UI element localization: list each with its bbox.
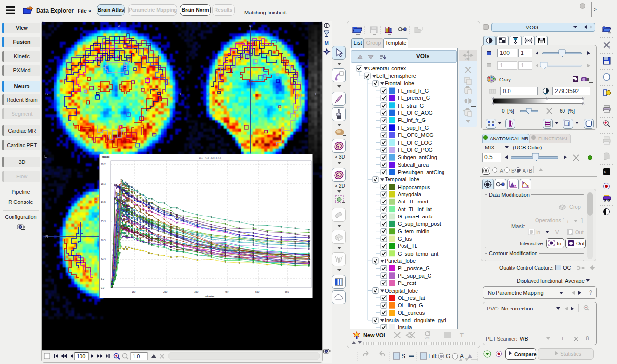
svg-text:G_sup_temp_ant: G_sup_temp_ant bbox=[398, 251, 438, 256]
svg-text:550: 550 bbox=[255, 290, 260, 293]
svg-text:FL_OFC_AOG: FL_OFC_AOG bbox=[398, 110, 433, 116]
svg-text:Occipital_lobe: Occipital_lobe bbox=[385, 288, 418, 294]
svg-text:Presubgen_antCing: Presubgen_antCing bbox=[398, 169, 444, 175]
svg-text:100: 100 bbox=[77, 353, 85, 359]
svg-text:450: 450 bbox=[225, 290, 229, 293]
svg-text:S: S bbox=[402, 353, 405, 360]
svg-text:Ant_TL_med: Ant_TL_med bbox=[398, 199, 428, 204]
svg-text:1E1 - 416_30873.4.6: 1E1 - 416_30873.4.6 bbox=[199, 156, 221, 159]
svg-text:1.0: 1.0 bbox=[133, 353, 140, 359]
svg-text:PL_rest: PL_rest bbox=[398, 280, 416, 286]
svg-text:350: 350 bbox=[194, 290, 199, 293]
svg-text:16.5: 16.5 bbox=[101, 239, 106, 242]
svg-text:G: G bbox=[446, 353, 450, 360]
svg-text:Cerebral_cortex: Cerebral_cortex bbox=[368, 66, 406, 71]
svg-text:OL_rest_lat: OL_rest_lat bbox=[398, 295, 425, 301]
svg-text:Subgen_antCing: Subgen_antCing bbox=[398, 154, 437, 160]
svg-text:Subcall_area: Subcall_area bbox=[398, 162, 429, 168]
svg-text:T: T bbox=[460, 332, 464, 339]
svg-text:Left_hemisphere: Left_hemisphere bbox=[376, 73, 416, 79]
svg-text:Post_TL: Post_TL bbox=[398, 243, 417, 249]
svg-text:Frontal_lobe: Frontal_lobe bbox=[385, 81, 414, 86]
svg-text:FL_precen_G: FL_precen_G bbox=[398, 95, 430, 101]
svg-text:15.3: 15.3 bbox=[101, 220, 106, 223]
svg-text:Insula_and_cingulate_gyri: Insula_and_cingulate_gyri bbox=[385, 317, 446, 323]
svg-text:Hippocampus: Hippocampus bbox=[398, 184, 430, 190]
svg-text:PL_sup_pa_G: PL_sup_pa_G bbox=[398, 273, 431, 279]
svg-text:150: 150 bbox=[132, 290, 136, 293]
svg-text:5.2: 5.2 bbox=[101, 277, 104, 280]
svg-text:PL_postce_G: PL_postce_G bbox=[398, 265, 430, 271]
svg-text:FL_inf_fr_G: FL_inf_fr_G bbox=[398, 117, 426, 123]
svg-text:0.0: 0.0 bbox=[101, 286, 104, 289]
svg-text:VOI: VOI bbox=[465, 58, 470, 61]
svg-text:16.5: 16.5 bbox=[101, 201, 106, 203]
svg-text:minutes: minutes bbox=[205, 295, 214, 297]
svg-text:14.3: 14.3 bbox=[101, 258, 106, 261]
svg-text:Amygdala: Amygdala bbox=[398, 191, 422, 197]
svg-text:M: M bbox=[325, 41, 329, 46]
svg-text:G_sup_temp_post: G_sup_temp_post bbox=[398, 221, 441, 227]
svg-text:Parietal_lobe: Parietal_lobe bbox=[385, 258, 416, 264]
svg-text:kBq/cc: kBq/cc bbox=[102, 155, 110, 158]
svg-text:FL_OFC_MOG: FL_OFC_MOG bbox=[398, 132, 434, 138]
svg-text:FL_strai_G: FL_strai_G bbox=[398, 103, 424, 108]
svg-text:Temporal_lobe: Temporal_lobe bbox=[385, 176, 419, 182]
svg-text:T: T bbox=[567, 121, 570, 127]
svg-text:Ant_TL_inf_lat: Ant_TL_inf_lat bbox=[398, 206, 432, 212]
svg-text:650: 650 bbox=[285, 290, 289, 293]
svg-text:G_fus: G_fus bbox=[398, 236, 412, 242]
svg-text:FL_sup_fr_G: FL_sup_fr_G bbox=[398, 125, 429, 131]
svg-text:G_tem_midin: G_tem_midin bbox=[398, 229, 429, 234]
svg-text:>_: >_ bbox=[604, 170, 609, 174]
svg-text:VOI: VOI bbox=[425, 337, 430, 340]
svg-text:18.3: 18.3 bbox=[101, 182, 106, 185]
svg-text:FL_mid_fr_G: FL_mid_fr_G bbox=[398, 88, 429, 94]
svg-text:Insula: Insula bbox=[398, 324, 412, 329]
svg-text:OL_cuneus: OL_cuneus bbox=[398, 310, 425, 316]
svg-text:OL_ling_G: OL_ling_G bbox=[398, 302, 423, 308]
svg-text:FL_OFC_LOG: FL_OFC_LOG bbox=[398, 140, 432, 146]
svg-text:FL_OFC_POG: FL_OFC_POG bbox=[398, 147, 433, 153]
svg-text:+: + bbox=[463, 108, 465, 113]
svg-text:Fill:: Fill: bbox=[429, 353, 438, 360]
svg-text:G_paraH_amb: G_paraH_amb bbox=[398, 214, 432, 219]
svg-text:19.2: 19.2 bbox=[101, 163, 106, 166]
svg-text:New VOI: New VOI bbox=[363, 332, 385, 338]
svg-text:250: 250 bbox=[163, 290, 168, 293]
